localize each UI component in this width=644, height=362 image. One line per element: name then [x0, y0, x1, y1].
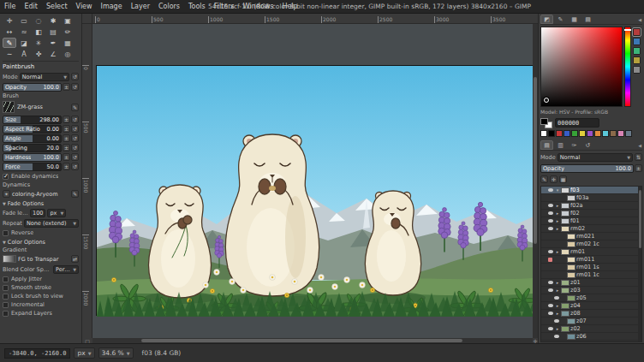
tool-slider[interactable]: Size 298.00	[3, 116, 62, 124]
vertical-ruler[interactable]: 0500100015002000	[82, 24, 92, 338]
fade-unit-dropdown[interactable]: px ▼	[47, 209, 66, 217]
slider-reset-button[interactable]: ↺	[71, 163, 79, 170]
foreground-color-swatch[interactable]	[540, 118, 548, 125]
layer-row[interactable]: rm01 1c	[541, 271, 641, 279]
layer-visibility-toggle[interactable]	[553, 335, 560, 338]
tool-slider[interactable]: Spacing 20.0	[3, 144, 62, 152]
vertical-scrollbar[interactable]	[533, 24, 538, 338]
hue-marker[interactable]	[624, 29, 631, 31]
layer-lock-button[interactable]: ▦	[559, 175, 567, 183]
color-history-swatch[interactable]	[556, 130, 563, 137]
layer-visibility-toggle[interactable]	[553, 296, 560, 300]
color-history-swatch[interactable]	[564, 130, 570, 137]
layer-row[interactable]: ▸ z08	[541, 310, 641, 317]
slider-stepper[interactable]: ±	[63, 116, 70, 123]
unit-dropdown[interactable]: px ▼	[74, 347, 94, 359]
layer-row[interactable]: ▸ f01	[541, 217, 641, 225]
tool-button[interactable]: ◧	[32, 27, 45, 37]
opacity-slider[interactable]: Opacity 100.0	[3, 83, 62, 92]
slider-reset-button[interactable]: ↺	[71, 116, 79, 123]
layer-visibility-toggle[interactable]	[547, 250, 554, 253]
layer-list-scrollbar[interactable]	[638, 187, 641, 341]
layer-lock-button[interactable]: ✛	[550, 175, 558, 183]
zoom-dropdown[interactable]: 34.6 % ▼	[98, 347, 134, 359]
menu-item[interactable]: Edit	[20, 3, 42, 10]
color-history-swatch[interactable]	[579, 130, 586, 137]
layer-visibility-toggle[interactable]	[547, 188, 554, 192]
layer-opacity-slider[interactable]: Opacity 100.0	[540, 164, 634, 173]
layer-visibility-toggle[interactable]	[547, 281, 554, 284]
tool-button[interactable]: ↔	[3, 27, 16, 37]
layer-row[interactable]: rm011	[541, 256, 641, 264]
layer-row[interactable]: z07	[541, 317, 641, 325]
mode-dropdown[interactable]: Normal ▼	[20, 73, 69, 81]
toggle-checkbox[interactable]	[3, 302, 9, 308]
layer-row[interactable]: z05	[541, 294, 641, 302]
tool-button[interactable]: ▭	[17, 15, 31, 26]
tool-slider[interactable]: Force 50.0	[3, 163, 62, 171]
layer-expander[interactable]: ▸	[555, 226, 560, 231]
dock-tab[interactable]: ✑	[568, 140, 581, 150]
color-history-swatch[interactable]	[571, 130, 578, 137]
dock-tab[interactable]: ▦	[568, 15, 581, 24]
tool-button[interactable]: ✎	[3, 38, 16, 48]
toggle-checkbox[interactable]	[3, 276, 9, 282]
tool-button[interactable]: ∼	[3, 49, 16, 59]
layer-row[interactable]: ▾ f03	[541, 187, 641, 194]
layer-row[interactable]: rm01 1s	[541, 264, 641, 271]
layer-row[interactable]: f03a	[541, 194, 641, 202]
slider-reset-button[interactable]: ↺	[71, 134, 79, 142]
tool-button[interactable]: ✏	[61, 27, 75, 37]
opacity-reset-button[interactable]: ↺	[71, 83, 79, 91]
layer-visibility-toggle[interactable]	[547, 288, 554, 292]
color-selector-tab[interactable]	[633, 56, 641, 64]
menu-item[interactable]: Colors	[154, 3, 184, 10]
layer-visibility-toggle[interactable]	[547, 227, 554, 230]
layer-mode-dropdown[interactable]: Normal ▼	[558, 153, 633, 162]
color-history-swatch[interactable]	[602, 130, 609, 137]
slider-stepper[interactable]: ±	[63, 144, 70, 151]
slider-stepper[interactable]: ±	[63, 153, 70, 161]
tool-slider[interactable]: Aspect Ratio 0.00	[3, 125, 62, 134]
brush-edit-button[interactable]: ✎	[71, 104, 79, 111]
tool-button[interactable]: ✳	[32, 38, 45, 48]
layer-row[interactable]: ▸ f02	[541, 210, 641, 217]
layer-visibility-toggle[interactable]	[547, 219, 554, 223]
dock-menu-button[interactable]: ◀	[638, 143, 642, 148]
tool-toggle-row[interactable]: Lock brush to view	[3, 292, 79, 300]
tool-toggle-row[interactable]: Apply Jitter	[3, 275, 79, 283]
layer-visibility-toggle[interactable]	[547, 327, 554, 330]
color-options-header[interactable]: ▼ Color Options	[3, 238, 79, 246]
color-history-swatch[interactable]	[610, 130, 617, 137]
canvas-artwork[interactable]	[97, 66, 533, 317]
layer-row[interactable]: ▸ z03	[541, 287, 641, 294]
reverse-row[interactable]: Reverse	[3, 228, 79, 237]
horizontal-ruler[interactable]: 0500100015002000250030003500	[92, 14, 538, 24]
gradient-thumbnail[interactable]	[3, 255, 16, 263]
opacity-stepper[interactable]: ±	[63, 83, 70, 91]
gradient-reverse-button[interactable]: ⇄	[71, 255, 79, 263]
menu-item[interactable]: Windows	[239, 3, 278, 10]
tool-button[interactable]: ≈	[17, 27, 31, 37]
fg-bg-colors[interactable]	[540, 118, 552, 128]
tool-button[interactable]: ▣	[61, 15, 75, 26]
dock-tab[interactable]: ✎	[554, 15, 567, 24]
color-history-swatch[interactable]	[548, 130, 555, 137]
layer-expander[interactable]: ▸	[555, 311, 560, 316]
toggle-checkbox[interactable]	[3, 311, 9, 317]
layer-row[interactable]: ▸ rm01	[541, 248, 641, 256]
menu-item[interactable]: Filters	[210, 3, 239, 10]
menu-item[interactable]: Layer	[127, 3, 154, 10]
dock-menu-button[interactable]: ◀	[638, 17, 642, 22]
layer-row[interactable]: ▸ f02a	[541, 202, 641, 210]
fade-options-header[interactable]: ▼ Fade Options	[3, 199, 79, 207]
horizontal-scrollbar-thumb[interactable]	[141, 339, 462, 342]
color-selector-tab[interactable]	[633, 66, 641, 74]
layer-expander[interactable]: ▸	[555, 288, 560, 293]
dynamics-edit-button[interactable]: ✎	[71, 190, 79, 198]
layer-expander[interactable]: ▸	[555, 203, 560, 208]
enable-dynamics-checkbox[interactable]	[3, 174, 9, 180]
slider-stepper[interactable]: ±	[63, 125, 70, 133]
reverse-checkbox[interactable]	[3, 230, 9, 236]
dock-tab[interactable]: ▤	[581, 15, 594, 24]
